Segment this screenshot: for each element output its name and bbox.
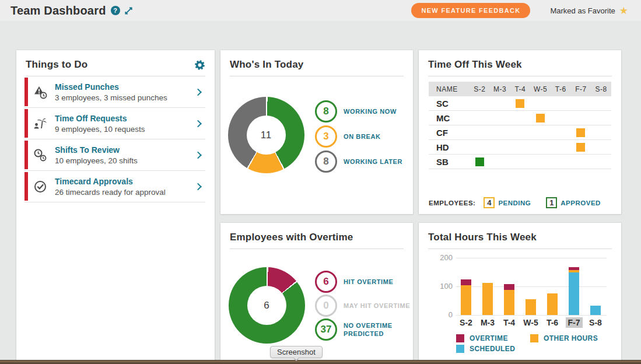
- card-header: Who's In Today: [230, 50, 404, 76]
- day-cell: [470, 158, 490, 166]
- donut-legend-item: 6HIT OVERTIME: [315, 271, 412, 293]
- y-axis-tick: 100: [434, 282, 453, 290]
- chevron-right-icon[interactable]: [194, 120, 202, 127]
- header-actions: NEW FEATURE FEEDBACK Marked as Favorite …: [411, 3, 631, 18]
- bar-segment-other-hours: [504, 290, 514, 315]
- bar-segment-overtime: [569, 267, 579, 270]
- total-hours-bar-chart: 0100200 S-2M-3T-4W-5T-6F-7S-8 OVERTIMEOT…: [419, 223, 621, 360]
- bar-segment-other-hours: [482, 283, 493, 315]
- time-off-table: NAMES-2M-3T-4W-5T-6F-7S-8 SCMCCFHDSB: [429, 82, 611, 169]
- legend-label: WORKING LATER: [344, 158, 402, 166]
- todo-item-time-off-requests[interactable]: Time Off Requests 9 employees, 10 reques…: [24, 108, 205, 139]
- card-title: Things to Do: [26, 59, 87, 71]
- table-header-row: NAMES-2M-3T-4W-5T-6F-7S-8: [429, 82, 611, 96]
- column-header-t-6: T-6: [551, 85, 571, 93]
- bar-legend-item: OTHER HOURS: [530, 334, 598, 342]
- x-axis-label: S-8: [584, 318, 607, 327]
- legend-count-circle: 6: [315, 271, 337, 293]
- column-header-name: NAME: [429, 85, 470, 93]
- chevron-right-icon[interactable]: [194, 151, 202, 159]
- column-header-m-3: M-3: [490, 85, 510, 93]
- legend-count-circle: 8: [315, 100, 337, 123]
- timecard-approvals-icon: [33, 179, 48, 194]
- todo-title: Time Off Requests: [55, 114, 145, 123]
- employee-initials: SB: [429, 157, 470, 167]
- card-title: Employees with Overtime: [230, 232, 353, 243]
- todo-item-missed-punches[interactable]: Missed Punches 3 employees, 3 missed pun…: [24, 76, 205, 108]
- gridline: [456, 315, 607, 316]
- todo-title: Missed Punches: [55, 82, 167, 92]
- whos-in-legend: 8WORKING NOW3ON BREAK8WORKING LATER: [315, 100, 402, 173]
- todo-item-timecard-approvals[interactable]: Timecard Approvals 26 timecards ready fo…: [24, 171, 205, 202]
- card-header: Employees with Overtime: [230, 223, 404, 249]
- things-to-do-card: Things to Do Missed Punches 3 employees,…: [16, 50, 215, 360]
- todo-text: Missed Punches 3 employees, 3 missed pun…: [55, 82, 167, 102]
- todo-item-shifts-to-review[interactable]: Shifts To Review 10 employees, 20 shifts: [24, 139, 205, 171]
- shifts-icon: [33, 148, 48, 163]
- chevron-right-icon[interactable]: [194, 183, 202, 190]
- legend-swatch: [456, 334, 464, 342]
- employee-initials: HD: [429, 142, 470, 152]
- column-header-f-7: F-7: [571, 85, 591, 93]
- chart-legend: OVERTIMEOTHER HOURSSCHEDULED: [456, 334, 616, 353]
- y-axis-tick: 200: [434, 253, 453, 262]
- day-cell: [571, 143, 591, 152]
- legend-count-circle: 8: [315, 150, 337, 173]
- bar-segment-other-hours: [526, 299, 536, 315]
- time-off-this-week-card: Time Off This Week NAMES-2M-3T-4W-5T-6F-…: [419, 50, 621, 214]
- column-header-t-4: T-4: [510, 85, 530, 93]
- bar-legend-item: OVERTIME: [456, 334, 530, 342]
- donut-legend-item: 37NO OVERTIME PREDICTED: [315, 318, 412, 341]
- table-body: SCMCCFHDSB: [429, 96, 611, 169]
- bar-segment-other-hours: [547, 293, 558, 315]
- help-icon[interactable]: ?: [111, 6, 120, 15]
- todo-text: Time Off Requests 9 employees, 10 reques…: [55, 114, 145, 134]
- todo-subtitle: 3 employees, 3 missed punches: [55, 93, 167, 102]
- todo-title: Shifts To Review: [55, 145, 138, 155]
- legend-label: WORKING NOW: [344, 107, 397, 116]
- x-axis-label: T-4: [498, 318, 521, 327]
- legend-label: HIT OVERTIME: [344, 278, 393, 286]
- todo-text: Timecard Approvals 26 timecards ready fo…: [55, 177, 166, 197]
- employees-legend: EMPLOYEES: 4 PENDING 1 APPROVED: [429, 197, 601, 208]
- employee-initials: SC: [429, 99, 470, 108]
- pending-count-badge: 4: [484, 197, 495, 208]
- time-off-row: SB: [429, 155, 611, 169]
- legend-label: ON BREAK: [344, 132, 380, 141]
- time-off-row: MC: [429, 111, 611, 125]
- todo-subtitle: 26 timecards ready for approval: [55, 188, 166, 197]
- employees-with-overtime-card: Employees with Overtime 6 6HIT OVERTIME0…: [220, 223, 413, 360]
- gear-icon[interactable]: [194, 60, 205, 71]
- bar-segment-other-hours: [569, 270, 579, 272]
- pending-label: PENDING: [498, 200, 531, 206]
- x-axis-label: S-2: [454, 318, 478, 327]
- legend-label: SCHEDULED: [470, 345, 515, 353]
- day-cell: [510, 99, 530, 108]
- bar-segment-overtime: [461, 279, 471, 285]
- card-header: Time Off This Week: [428, 50, 612, 76]
- favorite-star-icon[interactable]: ★: [619, 6, 628, 16]
- chevron-right-icon[interactable]: [194, 88, 202, 96]
- donut-legend-item: 8WORKING LATER: [315, 150, 402, 173]
- favorite-label: Marked as Favorite: [550, 6, 615, 15]
- time-off-mark-pending: [536, 114, 545, 123]
- missed-punches-icon: [33, 85, 48, 100]
- time-off-mark-pending: [516, 99, 524, 108]
- donut-legend-item: 3ON BREAK: [315, 125, 402, 148]
- expand-icon[interactable]: [124, 6, 133, 15]
- x-axis-label: F-7: [562, 318, 586, 327]
- approved-count-badge: 1: [546, 197, 557, 208]
- legend-count-circle: 0: [315, 295, 337, 317]
- legend-label: NO OVERTIME PREDICTED: [344, 321, 412, 338]
- legend-count-circle: 37: [315, 318, 337, 341]
- time-off-row: SC: [429, 96, 611, 111]
- todo-list: Missed Punches 3 employees, 3 missed pun…: [24, 76, 205, 202]
- todo-title: Timecard Approvals: [55, 177, 166, 186]
- gridline: [456, 258, 607, 258]
- new-feature-feedback-button[interactable]: NEW FEATURE FEEDBACK: [411, 3, 530, 18]
- x-axis-label: T-6: [541, 318, 564, 327]
- bar-segment-scheduled: [569, 272, 579, 315]
- employee-initials: CF: [429, 128, 470, 138]
- time-off-icon: [33, 116, 48, 131]
- employee-initials: MC: [429, 113, 470, 123]
